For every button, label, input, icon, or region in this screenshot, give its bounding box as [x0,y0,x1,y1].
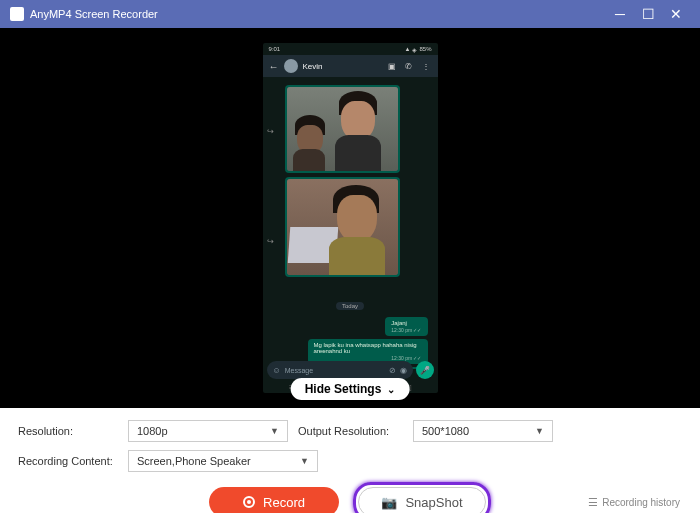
chevron-down-icon: ▼ [300,456,309,466]
preview-area: 9:01 ▲ ◈ 85% ← Kevin ▣ ✆ ⋮ ↪ [0,28,700,408]
settings-panel: Resolution: 1080p ▼ Output Resolution: 5… [0,408,700,513]
recording-history-link[interactable]: ☰ Recording history [588,496,680,509]
mic-button: 🎤 [416,361,434,379]
output-resolution-select[interactable]: 500*1080 ▼ [413,420,553,442]
chevron-down-icon: ▼ [270,426,279,436]
forward-icon: ↪ [267,127,274,136]
snapshot-label: SnapShot [405,495,462,510]
close-button[interactable]: ✕ [662,0,690,28]
chat-photo-message [285,177,400,277]
recording-content-label: Recording Content: [18,455,118,467]
contact-name: Kevin [303,62,381,71]
status-time: 9:01 [269,46,281,52]
message-input: ☺ Message ⊘ ◉ [267,361,413,379]
forward-icon: ↪ [267,237,274,246]
minimize-button[interactable]: ─ [606,0,634,28]
chat-photo-message [285,85,400,173]
signal-icon: ▲ [405,46,411,52]
resolution-label: Resolution: [18,425,118,437]
more-icon: ⋮ [420,62,432,71]
avatar [284,59,298,73]
camera-icon: ◉ [400,366,407,375]
input-placeholder: Message [285,367,385,374]
snapshot-highlight: 📷 SnapShot [353,482,491,513]
attach-icon: ⊘ [389,366,396,375]
date-pill: Today [336,302,364,310]
titlebar: AnyMP4 Screen Recorder ─ ☐ ✕ [0,0,700,28]
battery-label: 85% [419,46,431,52]
chat-header: ← Kevin ▣ ✆ ⋮ [263,55,438,77]
recording-content-select[interactable]: Screen,Phone Speaker ▼ [128,450,318,472]
list-icon: ☰ [588,496,598,509]
record-label: Record [263,495,305,510]
app-title: AnyMP4 Screen Recorder [30,8,606,20]
chat-text-message: Jajanj 12:30 pm ✓✓ [385,317,427,336]
record-button[interactable]: Record [209,487,339,513]
phone-mirror: 9:01 ▲ ◈ 85% ← Kevin ▣ ✆ ⋮ ↪ [263,43,438,393]
back-icon: ← [269,61,279,72]
chat-input-bar: ☺ Message ⊘ ◉ 🎤 [267,361,434,379]
chevron-down-icon: ▼ [535,426,544,436]
resolution-select[interactable]: 1080p ▼ [128,420,288,442]
app-icon [10,7,24,21]
record-icon [243,496,255,508]
chevron-down-icon: ⌄ [387,384,395,395]
snapshot-button[interactable]: 📷 SnapShot [358,487,486,513]
chat-body: ↪ ↪ Today Jajanj 12:30 [263,77,438,369]
phone-status-bar: 9:01 ▲ ◈ 85% [263,43,438,55]
history-label: Recording history [602,497,680,508]
hide-settings-button[interactable]: Hide Settings ⌄ [291,378,410,400]
camera-icon: 📷 [381,495,397,510]
maximize-button[interactable]: ☐ [634,0,662,28]
call-icon: ✆ [403,62,415,71]
wifi-icon: ◈ [412,46,417,53]
videocall-icon: ▣ [386,62,398,71]
hide-settings-label: Hide Settings [305,382,382,396]
emoji-icon: ☺ [273,366,281,375]
output-resolution-label: Output Resolution: [298,425,403,437]
